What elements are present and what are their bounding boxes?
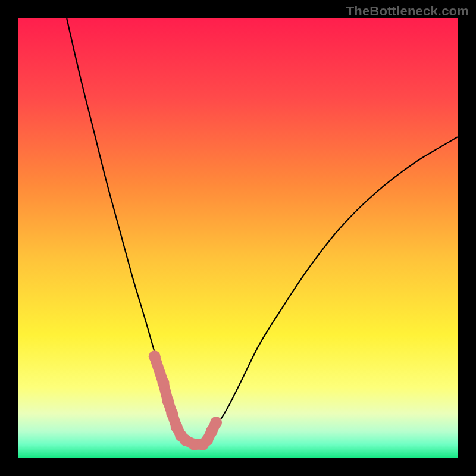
watermark-text: TheBottleneck.com [346, 4, 469, 19]
chart-frame: TheBottleneck.com [0, 0, 476, 476]
svg-point-12 [210, 416, 222, 428]
svg-point-4 [166, 408, 178, 419]
svg-point-1 [149, 350, 161, 362]
highlight-points [149, 350, 222, 450]
plot-area [18, 18, 458, 458]
svg-point-2 [158, 377, 170, 389]
chart-curve-layer [18, 18, 458, 458]
svg-point-3 [162, 394, 174, 406]
bottleneck-curve [67, 18, 458, 446]
